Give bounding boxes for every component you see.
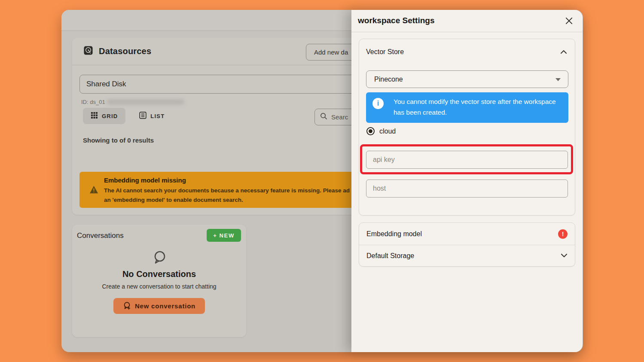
cloud-radio-label: cloud [379, 128, 396, 135]
conversations-title: Conversations [77, 231, 124, 240]
vector-store-label: Vector Store [366, 48, 404, 56]
screen: Datasources Add new da ID: ds_01 [0, 0, 644, 362]
chat-bubble-icon [151, 249, 168, 268]
grid-view-label: GRID [102, 113, 118, 119]
vector-store-section-header[interactable]: Vector Store [359, 39, 575, 63]
conversations-card: Conversations + NEW No Conversations Cre… [72, 225, 246, 337]
warning-text-line1: The AI cannot search your documents beca… [104, 187, 350, 194]
radio-selected-icon [366, 127, 375, 135]
list-icon [139, 112, 147, 120]
vector-store-info-banner: i You cannot modify the vector store aft… [366, 92, 568, 123]
chevron-up-icon [560, 49, 567, 56]
api-key-input[interactable] [366, 151, 568, 169]
new-conversation-button[interactable]: New conversation [113, 298, 205, 314]
caret-down-icon [555, 78, 561, 81]
embedding-model-label: Embedding model [366, 230, 558, 238]
conversations-empty-state: No Conversations Create a new conversati… [72, 249, 246, 314]
grid-icon [91, 112, 98, 120]
workspace-settings-panel: workspace Settings Vector Store [351, 10, 583, 352]
embedding-model-section-row[interactable]: Embedding model ! [359, 223, 575, 245]
datasources-title: Datasources [99, 46, 151, 56]
harddisk-icon [83, 46, 93, 57]
info-icon: i [372, 98, 384, 109]
chevron-down-icon [561, 252, 568, 260]
provider-selected-value: Pinecone [374, 76, 403, 83]
host-input[interactable] [366, 179, 568, 198]
datasource-id-label: ID: ds_01 [81, 99, 105, 105]
new-conversation-small-button[interactable]: + NEW [207, 229, 241, 242]
settings-sections-card: Embedding model ! Default Storage [359, 222, 575, 267]
close-icon [565, 17, 573, 26]
warning-triangle-icon [89, 186, 98, 195]
new-conversation-label: New conversation [135, 302, 195, 310]
list-view-button[interactable]: LIST [131, 108, 172, 124]
results-count-text: Showing to of 0 results [83, 137, 154, 144]
warning-text-line2: an 'embedding model' to enable document … [104, 197, 243, 203]
search-icon [320, 113, 327, 122]
grid-view-button[interactable]: GRID [83, 108, 125, 124]
no-conversations-caption: Create a new conversation to start chatt… [72, 283, 246, 290]
redacted-id-blur [107, 99, 184, 105]
close-button[interactable] [564, 16, 574, 27]
default-storage-label: Default Storage [366, 252, 561, 260]
error-badge-icon: ! [558, 229, 568, 239]
cloud-radio-option[interactable]: cloud [366, 127, 396, 135]
no-conversations-title: No Conversations [72, 269, 246, 279]
default-storage-section-row[interactable]: Default Storage [359, 245, 575, 267]
settings-title: workspace Settings [358, 16, 434, 25]
list-view-label: LIST [150, 113, 165, 119]
vector-store-provider-select[interactable]: Pinecone [366, 70, 568, 88]
info-banner-text: You cannot modify the vector store after… [394, 96, 557, 118]
vector-store-card: Vector Store Pinecone i You cannot modif… [359, 39, 575, 216]
chat-plus-icon [123, 301, 131, 311]
settings-panel-header: workspace Settings [351, 10, 583, 32]
warning-title: Embedding model missing [104, 176, 186, 184]
